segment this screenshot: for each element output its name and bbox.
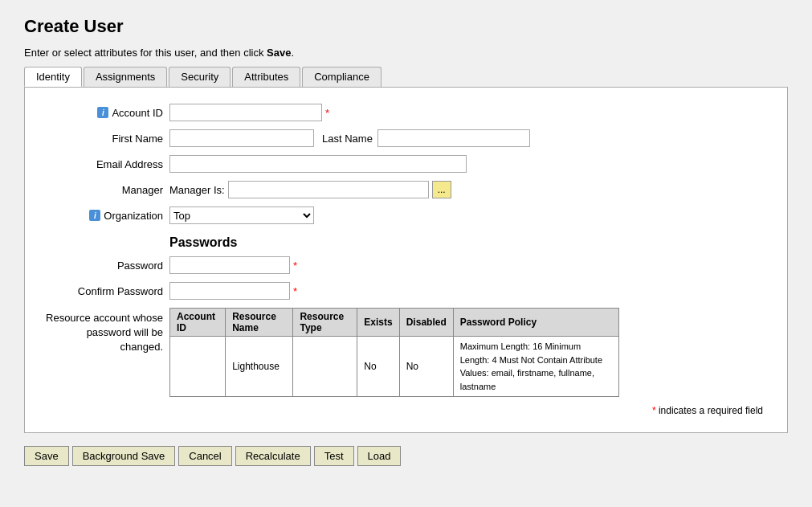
account-id-row: i Account ID * <box>41 104 771 121</box>
bottom-buttons: Save Background Save Cancel Recalculate … <box>24 446 788 466</box>
cancel-button[interactable]: Cancel <box>178 446 231 466</box>
name-row: First Name Last Name <box>41 129 771 147</box>
password-table-row: Resource account whose password will be … <box>41 308 771 397</box>
email-input[interactable] <box>169 155 467 173</box>
tab-compliance[interactable]: Compliance <box>302 67 382 87</box>
manager-row: Manager Manager Is: ... <box>41 181 771 198</box>
account-id-required-star: * <box>325 107 329 119</box>
manager-inputs: Manager Is: ... <box>169 181 451 198</box>
organization-select[interactable]: Top <box>169 206 314 224</box>
cell-exists: No <box>357 337 399 397</box>
account-id-label-container: i Account ID <box>41 107 169 119</box>
last-name-label: Last Name <box>322 133 373 145</box>
cell-resource-name: Lighthouse <box>226 337 293 397</box>
password-row: Password * <box>41 256 771 274</box>
tabs-container: Identity Assignments Security Attributes… <box>24 67 788 87</box>
page-container: Create User Enter or select attributes f… <box>0 0 812 507</box>
test-button[interactable]: Test <box>314 446 354 466</box>
confirm-password-label: Confirm Password <box>41 285 169 297</box>
password-required-star: * <box>293 260 297 272</box>
load-button[interactable]: Load <box>357 446 402 466</box>
password-input[interactable] <box>169 256 290 274</box>
account-id-input[interactable] <box>169 104 322 121</box>
organization-label: Organization <box>104 210 163 222</box>
organization-row: i Organization Top <box>41 206 771 224</box>
tab-identity[interactable]: Identity <box>24 67 82 87</box>
col-resource-name: Resource Name <box>226 309 293 337</box>
account-id-info-icon[interactable]: i <box>97 107 108 118</box>
password-table: Account ID Resource Name Resource Type E… <box>169 308 619 397</box>
col-resource-type: Resource Type <box>293 309 357 337</box>
confirm-password-input[interactable] <box>169 282 290 300</box>
resource-account-label: Resource account whose password will be … <box>41 308 169 355</box>
table-row: Lighthouse No No Maximum Length: 16 Mini… <box>170 337 619 397</box>
cell-password-policy: Maximum Length: 16 Minimum Length: 4 Mus… <box>453 337 618 397</box>
page-description: Enter or select attributes for this user… <box>24 47 788 59</box>
first-name-input[interactable] <box>169 129 314 147</box>
save-button[interactable]: Save <box>24 446 69 466</box>
manager-input[interactable] <box>228 181 429 198</box>
account-id-label: Account ID <box>112 107 163 119</box>
background-save-button[interactable]: Background Save <box>72 446 176 466</box>
name-inputs: Last Name <box>169 129 530 147</box>
required-note-star: * <box>652 405 656 416</box>
tab-security[interactable]: Security <box>169 67 231 87</box>
confirm-password-required-star: * <box>293 285 297 297</box>
last-name-input[interactable] <box>377 129 530 147</box>
required-note-text: indicates a required field <box>659 405 763 416</box>
tab-assignments[interactable]: Assignments <box>84 67 167 87</box>
page-title: Create User <box>24 16 788 37</box>
manager-is-label: Manager Is: <box>169 184 225 196</box>
organization-label-container: i Organization <box>41 210 169 222</box>
col-account-id: Account ID <box>170 309 226 337</box>
email-label: Email Address <box>41 158 169 170</box>
cell-account-id <box>170 337 226 397</box>
email-row: Email Address <box>41 155 771 173</box>
recalculate-button[interactable]: Recalculate <box>235 446 311 466</box>
required-note: * indicates a required field <box>41 405 771 416</box>
password-label: Password <box>41 260 169 272</box>
cell-disabled: No <box>399 337 453 397</box>
form-panel: i Account ID * First Name Last Name Emai… <box>24 87 788 433</box>
col-password-policy: Password Policy <box>453 309 618 337</box>
table-header-row: Account ID Resource Name Resource Type E… <box>170 309 619 337</box>
col-disabled: Disabled <box>399 309 453 337</box>
tab-attributes[interactable]: Attributes <box>232 67 300 87</box>
passwords-section-title: Passwords <box>41 235 771 250</box>
manager-browse-button[interactable]: ... <box>432 181 451 198</box>
organization-info-icon[interactable]: i <box>89 210 100 221</box>
cell-resource-type <box>293 337 357 397</box>
manager-label: Manager <box>41 184 169 196</box>
confirm-password-row: Confirm Password * <box>41 282 771 300</box>
first-name-label: First Name <box>41 133 169 145</box>
col-exists: Exists <box>357 309 399 337</box>
